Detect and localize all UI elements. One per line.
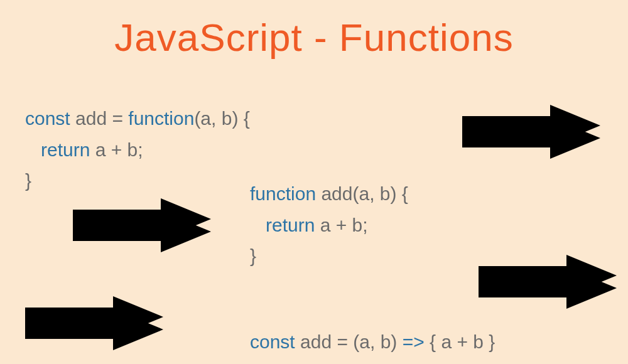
code-function-expression: const add = function(a, b) { return a + … — [25, 103, 250, 196]
code-function-declaration: function add(a, b) { return a + b; } — [250, 178, 408, 272]
code-arrow-function: const add = (a, b) => { a + b } — [250, 326, 495, 358]
arrow-icon-purple — [19, 289, 170, 348]
arrow-icon-green — [472, 247, 623, 307]
diagram-canvas: JavaScript - Functions const add = funct… — [0, 0, 628, 364]
diagram-title: JavaScript - Functions — [0, 15, 628, 60]
arrow-icon-brown — [456, 97, 607, 157]
arrow-icon-blue — [67, 191, 217, 250]
